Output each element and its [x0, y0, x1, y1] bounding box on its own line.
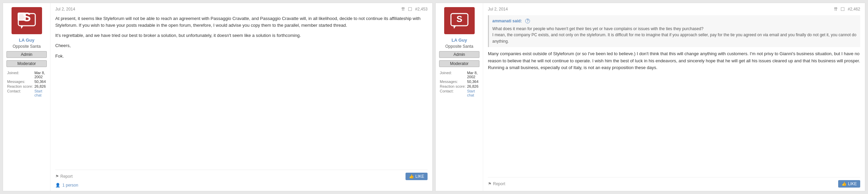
post-2: S LA Guy Opposite Santa Admin Moderator …	[435, 3, 865, 191]
post-1-sidebar: S LA Guy Opposite Santa Admin Moderator …	[3, 3, 51, 191]
post-2-user-title: Opposite Santa	[445, 44, 473, 49]
avatar-2: S	[444, 7, 475, 34]
post-2-main: Jul 2, 2014 ⇈ ☐ #2,462 ammanati said: ? …	[483, 3, 865, 191]
post-2-footer: ⚑ Report 👍 LIKE	[488, 177, 860, 188]
post-1-para-0: At present, it seems like Styleforum wil…	[55, 15, 428, 29]
post-2-username[interactable]: LA Guy	[452, 38, 467, 43]
person-icon: 👤	[55, 183, 60, 188]
reaction-label-2: Reaction score:	[439, 84, 466, 89]
like-icon: 👍	[409, 174, 414, 179]
contact-label: Contact:	[6, 89, 34, 98]
quote-text: What does it mean for people who haven't…	[492, 26, 857, 45]
messages-label: Messages:	[6, 79, 34, 84]
post-2-number: #2,462	[848, 7, 860, 12]
post-1-user-stats: Joined: Mar 8, 2002 Messages: 50,364 Rea…	[6, 70, 47, 98]
post-2-like-button[interactable]: 👍 LIKE	[838, 180, 860, 188]
post-2-header: Jul 2, 2014 ⇈ ☐ #2,462	[488, 6, 860, 12]
svg-text:S: S	[456, 14, 462, 24]
contact-label-2: Contact:	[439, 89, 466, 98]
post-2-body: ammanati said: ? What does it mean for p…	[488, 15, 860, 173]
post-1-para-1: It's regrettable, and we have tried our …	[55, 32, 428, 39]
post-1-reactions: 👤 1 person	[55, 183, 428, 188]
post-2-quote: ammanati said: ? What does it mean for p…	[488, 15, 860, 47]
post-1-number: #2,453	[415, 7, 428, 12]
post-2-messages: 50,364	[466, 79, 479, 84]
post-2-badge-admin: Admin	[439, 51, 479, 58]
post-1-reaction: 26,826	[34, 84, 47, 89]
post-1-main: Jul 2, 2014 ⇈ ☐ #2,453 At present, it se…	[51, 3, 432, 191]
bookmark-icon[interactable]: ☐	[408, 6, 412, 12]
post-1-report[interactable]: ⚑ Report	[55, 174, 73, 179]
post-1: S LA Guy Opposite Santa Admin Moderator …	[3, 3, 433, 191]
post-1-badge-admin: Admin	[6, 51, 47, 58]
post-1-header-right: ⇈ ☐ #2,453	[401, 6, 428, 12]
post-1-para-2: Cheers,	[55, 42, 428, 49]
post-1-para-3: Fok.	[55, 53, 428, 60]
post-1-footer: ⚑ Report 👍 LIKE	[55, 170, 428, 180]
post-2-report[interactable]: ⚑ Report	[488, 181, 505, 186]
post-2-joined: Mar 8, 2002	[466, 70, 479, 79]
post-2-badge-moderator: Moderator	[439, 60, 479, 67]
report-icon-2: ⚑	[488, 181, 492, 186]
like-icon-2: 👍	[842, 181, 847, 186]
post-1-messages: 50,364	[34, 79, 47, 84]
post-1-start-chat[interactable]: Start chat	[34, 89, 42, 97]
post-2-user-stats: Joined: Mar 8, 2002 Messages: 50,364 Rea…	[439, 70, 479, 98]
joined-label: Joined:	[6, 70, 34, 79]
post-1-header: Jul 2, 2014 ⇈ ☐ #2,453	[55, 6, 428, 12]
share-icon[interactable]: ⇈	[401, 6, 405, 12]
post-1-body: At present, it seems like Styleforum wil…	[55, 15, 428, 166]
bookmark-icon-2[interactable]: ☐	[841, 6, 845, 12]
report-icon: ⚑	[55, 174, 59, 179]
post-1-user-title: Opposite Santa	[13, 44, 41, 49]
joined-label-2: Joined:	[439, 70, 466, 79]
reaction-label: Reaction score:	[6, 84, 34, 89]
post-2-reaction: 26,826	[466, 84, 479, 89]
svg-marker-8	[453, 26, 456, 29]
post-1-username[interactable]: LA Guy	[19, 38, 35, 43]
post-2-para-0: Many companies exist outside of Stylefor…	[488, 50, 860, 71]
post-1-badge-moderator: Moderator	[6, 60, 47, 67]
post-1-date: Jul 2, 2014	[55, 7, 75, 12]
post-2-sidebar: S LA Guy Opposite Santa Admin Moderator …	[436, 3, 483, 191]
post-2-header-right: ⇈ ☐ #2,462	[834, 6, 860, 12]
share-icon-2[interactable]: ⇈	[834, 6, 838, 12]
post-2-date: Jul 2, 2014	[488, 7, 508, 12]
messages-label-2: Messages:	[439, 79, 466, 84]
post-2-start-chat[interactable]: Start chat	[467, 89, 475, 97]
avatar: S	[12, 7, 42, 34]
quote-author: ammanati said: ?	[492, 18, 857, 24]
post-1-like-button[interactable]: 👍 LIKE	[406, 173, 428, 180]
post-1-joined: Mar 8, 2002	[34, 70, 47, 79]
help-icon: ?	[525, 19, 530, 23]
